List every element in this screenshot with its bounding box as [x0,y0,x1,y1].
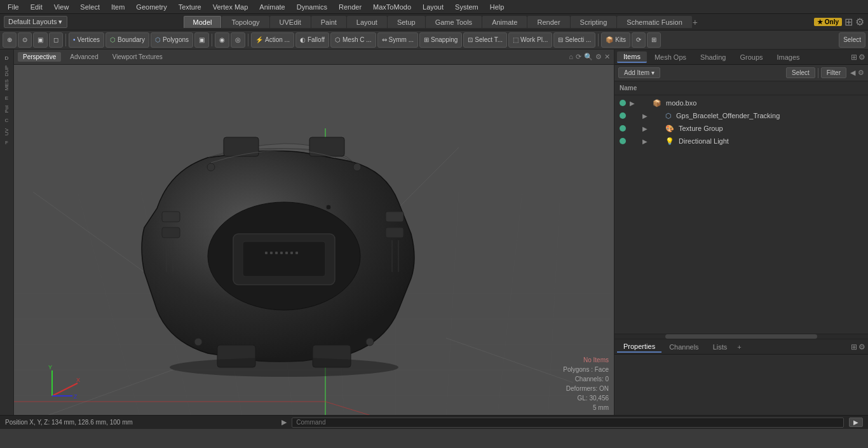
tree-scrollbar[interactable] [614,334,868,339]
sidebar-label-dup[interactable]: DUP [3,64,11,78]
select-t-btn[interactable]: ⊡ Select T... [463,32,507,48]
panel-tab-groups[interactable]: Groups [733,52,769,62]
command-submit-btn[interactable]: ▶ [849,417,863,427]
vp-icon-close[interactable]: ✕ [604,53,610,61]
panel-tab-images[interactable]: Images [771,52,806,62]
scene-tree[interactable]: ▶ 📦 modo.bxo ▶ ⬡ Gps_Bracelet_Offender_T… [614,95,868,334]
symmetry-btn[interactable]: ⇔ Symm ... [377,32,418,48]
select-btn[interactable]: Select [786,67,815,78]
vp-icon-rotate[interactable]: ⟳ [576,53,581,61]
sidebar-tool-d[interactable]: D [1,52,13,64]
world-btn[interactable]: ⊙ [18,32,32,48]
bottom-tab-lists[interactable]: Lists [707,342,734,352]
bottom-tab-add[interactable]: + [737,343,741,351]
tab-render[interactable]: Render [527,16,569,28]
tree-item-light[interactable]: ▶ 💡 Directional Light [614,135,868,147]
sidebar-tool-c[interactable]: C [1,115,13,126]
sidebar-label-uv[interactable]: UV [3,127,11,137]
status-arrow[interactable]: ▶ [281,418,287,426]
tab-setup[interactable]: Setup [388,16,425,28]
panel-icon-gear[interactable]: ⚙ [858,69,864,77]
tree-arrow-3[interactable]: ▶ [642,125,650,132]
vp-tab-perspective[interactable]: Perspective [18,52,61,62]
tab-uvedit[interactable]: UVEdit [270,16,311,28]
menu-system[interactable]: System [450,2,484,12]
work-plane-btn[interactable]: ⬚ Work Pl... [508,32,552,48]
layout-add-tab[interactable]: + [693,17,698,27]
tab-layout[interactable]: Layout [347,16,387,28]
menu-layout[interactable]: Layout [417,2,449,12]
menu-view[interactable]: View [49,2,74,12]
panel-tab-items[interactable]: Items [617,51,647,63]
tree-arrow-2[interactable]: ▶ [642,112,650,119]
scrollbar-thumb[interactable] [665,334,817,339]
tree-item-gps[interactable]: ▶ ⬡ Gps_Bracelet_Offender_Tracking [614,109,868,122]
select-top-btn[interactable]: Select [839,32,865,48]
kits-btn[interactable]: 📦 Kits [601,32,630,48]
sidebar-tool-f[interactable]: F [1,137,13,149]
settings-icon[interactable]: ⚙ [855,16,864,28]
prop-icon-settings[interactable]: ⚙ [858,343,865,351]
panel-icon-expand[interactable]: ⊞ [851,53,857,62]
vis-dot-4[interactable] [620,138,626,144]
vp-icon-home[interactable]: ⌂ [569,53,573,61]
selection-btn[interactable]: ⊟ Selecti ... [553,32,595,48]
vertices-btn[interactable]: • Vertices [69,32,104,48]
snapping-btn[interactable]: ⊞ Snapping [419,32,462,48]
menu-animate[interactable]: Animate [254,2,290,12]
refresh-btn[interactable]: ⟳ [632,32,646,48]
filter-btn[interactable]: Filter [821,67,846,78]
prop-icon-expand[interactable]: ⊞ [851,343,857,351]
layout-dropdown[interactable]: Default Layouts ▾ [4,16,67,28]
panel-tab-meshops[interactable]: Mesh Ops [648,52,693,62]
menu-dynamics[interactable]: Dynamics [292,2,332,12]
sidebar-label-pol[interactable]: Pol [3,104,11,114]
action-btn[interactable]: ⚡ Action ... [251,32,294,48]
vp-tab-advanced[interactable]: Advanced [65,52,103,62]
vp-canvas[interactable]: No Items Polygons : Face Channels: 0 Def… [14,65,614,415]
origin-btn[interactable]: ⊕ [3,32,17,48]
select-mode-btn[interactable]: ◻ [49,32,63,48]
viewport[interactable]: Perspective Advanced Viewport Textures ⌂… [14,50,614,415]
menu-geometry[interactable]: Geometry [131,2,172,12]
panel-icon-collapse[interactable]: ◀ [850,69,855,77]
menu-edit[interactable]: Edit [25,2,48,12]
panel-tab-shading[interactable]: Shading [694,52,732,62]
vp-icon-search[interactable]: 🔍 [584,53,593,61]
vp-tab-textures[interactable]: Viewport Textures [107,52,168,62]
vis-dot-1[interactable] [620,100,626,106]
tab-animate[interactable]: Animate [482,16,527,28]
bottom-tab-channels[interactable]: Channels [663,342,705,352]
vis-dot-2[interactable] [620,112,626,119]
command-area[interactable] [292,417,844,428]
mesh-display-btn[interactable]: ▣ [194,32,209,48]
boundary-btn[interactable]: ⬡ Boundary [105,32,149,48]
item-mode-btn[interactable]: ▣ [33,32,48,48]
vis-dot-3[interactable] [620,125,626,132]
menu-maxtomodo[interactable]: MaxToModo [368,2,416,12]
tab-topology[interactable]: Topology [222,16,269,28]
tree-item-texture[interactable]: ▶ 🎨 Texture Group [614,122,868,135]
menu-texture[interactable]: Texture [173,2,207,12]
tree-arrow-4[interactable]: ▶ [642,138,650,145]
falloff-btn[interactable]: ◐ Falloff [295,32,329,48]
camera-toggle-btn[interactable]: ◉ [215,32,229,48]
tab-paint[interactable]: Paint [311,16,346,28]
menu-item[interactable]: Item [106,2,130,12]
tab-model[interactable]: Model [184,16,222,28]
tab-gametools[interactable]: Game Tools [426,16,482,28]
maximize-btn[interactable]: ⊞ [844,16,853,28]
menu-vertexmap[interactable]: Vertex Map [208,2,254,12]
tree-item-modo-bxo[interactable]: ▶ 📦 modo.bxo [614,97,868,109]
polygons-btn[interactable]: ⬡ Polygons [151,32,193,48]
tree-arrow-1[interactable]: ▶ [630,100,637,107]
add-item-btn[interactable]: Add Item ▾ [618,67,660,78]
layout-grid-btn[interactable]: ⊞ [647,32,661,48]
light-toggle-btn[interactable]: ◎ [231,32,245,48]
sidebar-label-mes[interactable]: MES [3,78,11,92]
panel-icon-settings[interactable]: ⚙ [858,53,865,62]
menu-select[interactable]: Select [75,2,105,12]
sidebar-tool-e[interactable]: E [1,92,13,104]
tab-schematic[interactable]: Schematic Fusion [617,16,691,28]
menu-render[interactable]: Render [334,2,367,12]
